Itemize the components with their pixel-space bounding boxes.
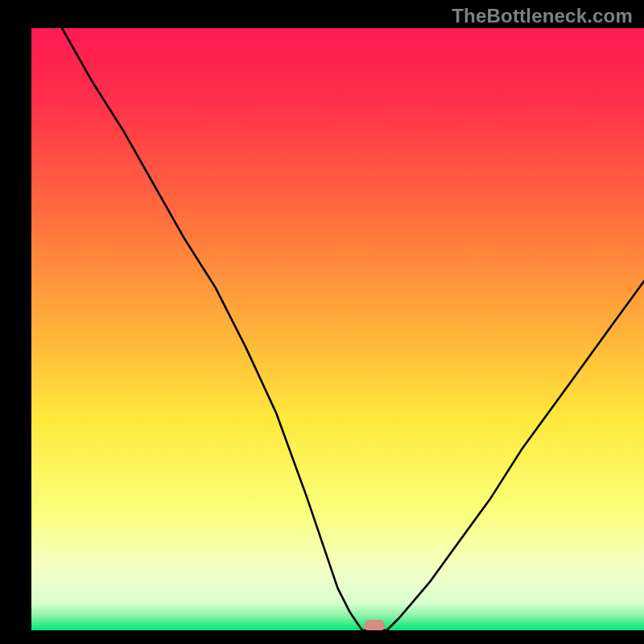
bottleneck-chart bbox=[0, 0, 644, 644]
frame-left bbox=[0, 0, 31, 644]
frame-bottom bbox=[0, 630, 644, 644]
optimal-marker bbox=[364, 620, 385, 631]
chart-frame: TheBottleneck.com bbox=[0, 0, 644, 644]
plot-background bbox=[31, 28, 644, 630]
watermark-text: TheBottleneck.com bbox=[452, 5, 633, 27]
